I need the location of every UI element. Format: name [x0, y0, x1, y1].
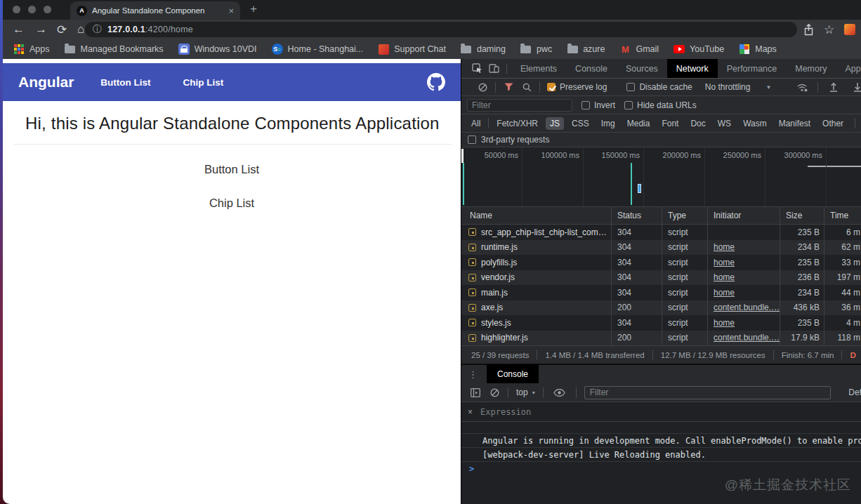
initiator-link[interactable]: home — [714, 318, 735, 328]
disable-cache-checkbox[interactable] — [626, 83, 635, 91]
hide-data-urls-checkbox[interactable] — [624, 101, 633, 110]
devtools-tab-console[interactable]: Console — [566, 59, 617, 79]
preserve-log-checkbox[interactable] — [547, 83, 556, 91]
filter-chip-ws[interactable]: WS — [714, 117, 735, 130]
network-request-row[interactable]: axe.js200scriptcontent.bundle.…436 kB36 … — [461, 300, 861, 316]
extension-icon[interactable] — [844, 24, 855, 35]
network-request-row[interactable]: styles.js304scripthome235 B4 m — [461, 315, 861, 331]
initiator-link[interactable]: content.bundle.… — [714, 303, 780, 312]
devtools-tab-application[interactable]: Application — [836, 59, 861, 79]
bookmark-apps[interactable]: Apps — [13, 44, 50, 55]
filter-chip-manifest[interactable]: Manifest — [775, 117, 815, 130]
initiator-link[interactable]: home — [714, 258, 735, 267]
bookmark-maps[interactable]: Maps — [739, 44, 777, 55]
bookmark-support-chat[interactable]: Support Chat — [378, 44, 446, 55]
new-tab-button[interactable]: + — [250, 2, 257, 16]
filter-chip-img[interactable]: Img — [597, 117, 619, 130]
network-request-row[interactable]: highlighter.js200scriptcontent.bundle.…1… — [461, 331, 861, 346]
console-sidebar-toggle-icon[interactable] — [470, 384, 481, 401]
timeline-selection-handle[interactable] — [461, 149, 464, 163]
column-type[interactable]: Type — [662, 207, 708, 225]
app-brand[interactable]: Angular — [18, 74, 74, 91]
console-filter-input[interactable] — [584, 386, 832, 399]
network-request-row[interactable]: vendor.js304scripthome236 B197 m — [461, 270, 861, 286]
browser-tab[interactable]: A Angular Standalone Componen × — [70, 1, 240, 20]
log-levels-select[interactable]: Def — [848, 387, 861, 397]
throttling-select[interactable]: No throttling ▼ — [705, 82, 772, 92]
filter-chip-css[interactable]: CSS — [567, 117, 593, 130]
inspect-element-icon[interactable] — [468, 60, 485, 77]
column-status[interactable]: Status — [612, 207, 662, 225]
link-button-list[interactable]: Button List — [3, 163, 461, 176]
share-icon[interactable] — [803, 20, 814, 39]
export-har-icon[interactable] — [849, 79, 861, 95]
device-toolbar-icon[interactable] — [485, 60, 502, 77]
clear-console-icon[interactable] — [489, 384, 500, 401]
nav-chip-list[interactable]: Chip List — [183, 77, 224, 88]
link-chip-list[interactable]: Chip List — [3, 197, 461, 210]
nav-button-list[interactable]: Button List — [100, 77, 150, 88]
disable-cache-toggle[interactable]: Disable cache — [626, 82, 692, 92]
window-close-icon[interactable] — [13, 6, 20, 13]
filter-funnel-icon[interactable] — [503, 79, 514, 95]
home-icon[interactable]: ⌂ — [77, 20, 84, 39]
filter-chip-doc[interactable]: Doc — [686, 117, 709, 130]
bookmark-home-shanghai[interactable]: S> Home - Shanghai... — [272, 44, 364, 55]
back-icon[interactable]: ← — [13, 20, 25, 39]
console-prompt-icon[interactable]: > — [461, 462, 861, 476]
invert-checkbox[interactable] — [581, 101, 590, 110]
bookmark-gmail[interactable]: M Gmail — [619, 44, 659, 55]
window-minimize-icon[interactable] — [28, 6, 36, 13]
network-request-row[interactable]: src_app_chip-list_chip-list_com…304scrip… — [461, 225, 861, 240]
column-time[interactable]: Time — [824, 207, 861, 225]
expression-placeholder[interactable]: Expression — [480, 407, 531, 417]
third-party-checkbox[interactable] — [468, 135, 476, 144]
preserve-log-toggle[interactable]: Preserve log — [547, 82, 607, 92]
invert-toggle[interactable]: Invert — [581, 100, 615, 110]
github-icon[interactable] — [427, 73, 445, 91]
network-request-row[interactable]: main.js304scripthome234 B44 m — [461, 285, 861, 300]
filter-chip-other[interactable]: Other — [818, 117, 848, 130]
close-expression-icon[interactable]: × — [468, 407, 473, 417]
search-icon[interactable] — [521, 79, 532, 95]
forward-icon[interactable]: → — [35, 20, 47, 39]
bookmark-folder-pwc[interactable]: pwc — [520, 44, 552, 55]
tab-close-icon[interactable]: × — [228, 6, 234, 16]
console-message[interactable]: Angular is running in development mode. … — [461, 434, 861, 448]
bookmark-folder-azure[interactable]: azure — [567, 44, 605, 55]
bookmark-windows-10vdi[interactable]: Windows 10VDI — [178, 44, 257, 55]
context-selector[interactable]: top ▾ — [516, 387, 535, 397]
filter-chip-fetch-xhr[interactable]: Fetch/XHR — [492, 117, 542, 130]
console-message[interactable]: [webpack-dev-server] Live Reloading enab… — [461, 448, 861, 462]
network-overview-timeline[interactable]: 50000 ms100000 ms150000 ms200000 ms25000… — [461, 147, 861, 207]
drawer-menu-icon[interactable]: ⋮ — [468, 369, 481, 380]
filter-chip-all[interactable]: All — [467, 117, 485, 130]
live-expression-row[interactable]: × Expression — [461, 402, 861, 422]
import-har-icon[interactable] — [825, 79, 842, 95]
column-initiator[interactable]: Initiator — [708, 207, 780, 225]
clear-network-icon[interactable] — [477, 79, 488, 95]
devtools-tab-performance[interactable]: Performance — [718, 59, 787, 79]
devtools-tab-memory[interactable]: Memory — [786, 59, 836, 79]
tab-console-drawer[interactable]: Console — [487, 364, 539, 384]
initiator-link[interactable]: home — [714, 242, 735, 252]
network-conditions-icon[interactable] — [794, 79, 810, 95]
initiator-link[interactable]: content.bundle.… — [714, 333, 780, 343]
filter-chip-js[interactable]: JS — [546, 117, 564, 130]
address-bar[interactable]: ⓘ 127.0.0.1:4200/home — [85, 22, 797, 37]
filter-chip-font[interactable]: Font — [657, 117, 683, 130]
filter-chip-wasm[interactable]: Wasm — [739, 117, 771, 130]
devtools-tab-network[interactable]: Network — [667, 59, 718, 79]
network-request-row[interactable]: polyfills.js304scripthome235 B33 m — [461, 255, 861, 270]
site-info-icon[interactable]: ⓘ — [93, 23, 102, 36]
devtools-tab-elements[interactable]: Elements — [511, 59, 566, 79]
bookmark-star-icon[interactable]: ☆ — [824, 20, 834, 39]
window-maximize-icon[interactable] — [44, 6, 51, 13]
hide-data-urls-toggle[interactable]: Hide data URLs — [624, 100, 697, 110]
bookmark-youtube[interactable]: YouTube — [673, 44, 724, 55]
network-request-row[interactable]: runtime.js304scripthome234 B62 m — [461, 240, 861, 256]
reload-icon[interactable]: ⟳ — [57, 20, 67, 39]
network-filter-input[interactable] — [467, 99, 572, 112]
filter-chip-media[interactable]: Media — [623, 117, 655, 130]
bookmark-folder-daming[interactable]: daming — [461, 44, 506, 55]
